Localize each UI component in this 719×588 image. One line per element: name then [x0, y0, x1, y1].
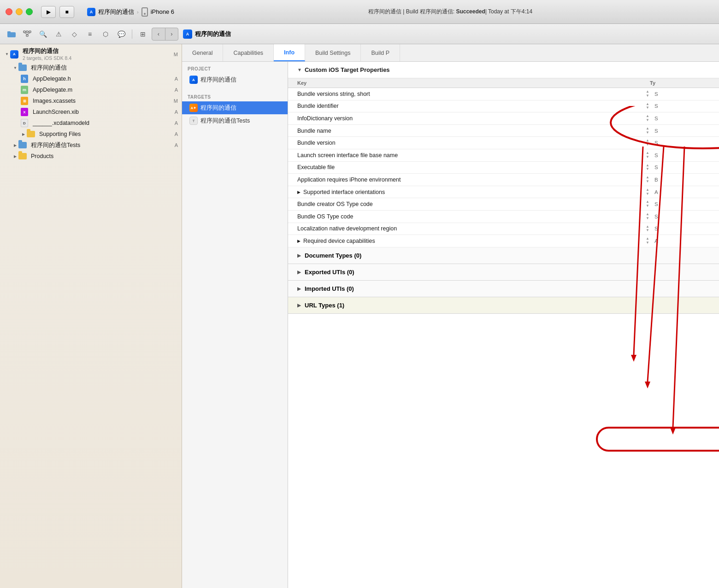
targets-section-label: TARGETS — [182, 90, 288, 101]
prop-row-bundle-identifier[interactable]: Bundle identifier ▲▼ S — [288, 100, 719, 113]
sidebar-item-supporting-files[interactable]: ▶ Supporting Files A — [0, 129, 182, 140]
toolbar: 🔍 ⚠ ◇ ≡ ⬡ 💬 ⊞ ‹ › A 程序间的通信 — [0, 24, 719, 44]
tests-folder-icon — [18, 141, 27, 149]
tab-capabilities[interactable]: Capabilities — [223, 44, 274, 61]
exported-arrow: ▶ — [297, 270, 301, 275]
target-main-label: 程序间的通信 — [200, 104, 236, 112]
imported-utis-section: ▶ Imported UTIs (0) — [288, 281, 719, 297]
breadcrumb-sep: › — [137, 9, 139, 15]
exported-utis-section: ▶ Exported UTIs (0) — [288, 264, 719, 281]
sidebar-tests-label: 程序间的通信Tests — [31, 141, 80, 149]
main-folder-icon — [18, 64, 27, 72]
close-button[interactable] — [6, 8, 12, 15]
orientation-arrow: ▶ — [297, 190, 301, 194]
project-pane-target-main[interactable]: A✦ 程序间的通信 — [182, 101, 288, 114]
sidebar-badge-m: A — [175, 87, 178, 93]
sidebar-item-products[interactable]: ▶ Products — [0, 151, 182, 162]
xcdatamodel-icon: D — [20, 119, 29, 127]
properties-table: Bundle versions string, short ▲▼ S Bundl… — [288, 88, 719, 247]
xib-icon: X — [20, 108, 29, 116]
file-navigator: ▼ A 程序间的通信 2 targets, iOS SDK 8.4 M ▼ 程序… — [0, 44, 182, 588]
nav-forward-btn[interactable]: › — [165, 28, 178, 40]
sidebar-item-appdelegate-h[interactable]: h AppDelegate.h A — [0, 73, 182, 84]
minimize-button[interactable] — [16, 8, 23, 15]
toolbar-project-name: 程序间的通信 — [195, 30, 231, 38]
prop-row-infodictionary[interactable]: InfoDictionary version ▲▼ S — [288, 112, 719, 125]
project-root-name: 程序间的通信 — [23, 47, 71, 55]
svg-marker-15 — [670, 428, 676, 435]
doc-types-arrow: ▶ — [297, 253, 301, 258]
prop-row-interface-orientations[interactable]: ▶ Supported interface orientations ▲▼ A — [288, 186, 719, 199]
breadcrumb-device: iPhone 6 — [151, 8, 174, 15]
h-file-icon: h — [20, 75, 29, 83]
sidebar-item-launchscreen[interactable]: X LaunchScreen.xib A — [0, 106, 182, 118]
prop-row-required-capabilities[interactable]: ▶ Required device capabilities ▲▼ A — [288, 235, 719, 247]
document-types-header[interactable]: ▶ Document Types (0) — [288, 247, 719, 264]
sidebar-appdelegate-m-label: AppDelegate.m — [33, 87, 72, 93]
maximize-button[interactable] — [26, 8, 33, 15]
toolbar-nav: ‹ › — [152, 28, 178, 41]
project-pane: PROJECT A 程序间的通信 TARGETS A✦ 程序间的通信 — [182, 62, 288, 588]
prop-row-bundle-version[interactable]: Bundle version ▲▼ S — [288, 137, 719, 149]
toolbar-divider-1 — [132, 29, 132, 39]
prop-row-bundle-os-type[interactable]: Bundle OS Type code ▲▼ S — [288, 211, 719, 223]
prop-row-iphone-env[interactable]: Application requires iPhone environment … — [288, 174, 719, 186]
project-pane-target-tests[interactable]: T 程序间的通信Tests — [182, 114, 288, 127]
sidebar-item-main-folder[interactable]: ▼ 程序间的通信 — [0, 62, 182, 73]
sidebar-project-root[interactable]: ▼ A 程序间的通信 2 targets, iOS SDK 8.4 M — [0, 46, 182, 62]
sidebar-item-datamodel[interactable]: D ______.xcdatamodeld A — [0, 118, 182, 129]
prop-row-launch-screen[interactable]: Launch screen interface file base name ▲… — [288, 149, 719, 162]
sidebar-badge-tests: A — [175, 142, 178, 148]
play-button[interactable]: ▶ — [41, 6, 56, 18]
exported-utis-header[interactable]: ▶ Exported UTIs (0) — [288, 264, 719, 280]
sidebar-item-images[interactable]: ⊞ Images.xcassets M — [0, 95, 182, 106]
prop-row-bundle-name[interactable]: Bundle name ▲▼ S — [288, 125, 719, 137]
list-icon-btn[interactable]: ≡ — [83, 28, 97, 41]
nav-back-btn[interactable]: ‹ — [152, 28, 165, 40]
sidebar-item-appdelegate-m[interactable]: m AppDelegate.m A — [0, 84, 182, 95]
chat-icon-btn[interactable]: 💬 — [114, 28, 128, 41]
col-key-header: Key — [297, 80, 627, 86]
hierarchy-icon-btn[interactable] — [20, 28, 34, 41]
folder-icon-btn[interactable] — [5, 28, 18, 41]
prop-row-executable[interactable]: Executable file ▲▼ S — [288, 162, 719, 174]
toolbar-project-icon: A — [183, 29, 192, 39]
prop-row-bundle-version-short[interactable]: Bundle versions string, short ▲▼ S — [288, 88, 719, 100]
project-pane-item-main[interactable]: A 程序间的通信 — [182, 73, 288, 86]
disclosure-triangle-supporting: ▶ — [20, 131, 27, 137]
bookmark-icon-btn[interactable]: ◇ — [67, 28, 81, 41]
stop-button[interactable]: ■ — [59, 6, 74, 18]
sidebar-item-tests-folder[interactable]: ▶ 程序间的通信Tests A — [0, 140, 182, 151]
imported-utis-header[interactable]: ▶ Imported UTIs (0) — [288, 281, 719, 297]
grid-icon-btn[interactable]: ⊞ — [136, 28, 150, 41]
target-tests-icon: T — [189, 117, 198, 125]
custom-properties-header: ▼ Custom iOS Target Properties — [288, 62, 719, 78]
prop-table-header: Key Ty — [288, 78, 719, 88]
main-layout: ▼ A 程序间的通信 2 targets, iOS SDK 8.4 M ▼ 程序… — [0, 44, 719, 588]
products-folder-icon — [18, 152, 27, 160]
search-icon-btn[interactable]: 🔍 — [36, 28, 50, 41]
sidebar-badge-images: M — [174, 98, 178, 104]
titlebar: ▶ ■ A 程序间的通信 › iPhone 6 程序间的通信 | Build 程… — [0, 0, 719, 24]
svg-rect-13 — [597, 428, 719, 451]
project-item-icon: A — [189, 76, 198, 84]
traffic-lights — [6, 8, 33, 15]
tab-general[interactable]: General — [182, 44, 223, 61]
tag-icon-btn[interactable]: ⬡ — [99, 28, 112, 41]
tab-build-phases[interactable]: Build P — [361, 44, 400, 61]
project-pane-main-label: 程序间的通信 — [200, 76, 236, 84]
url-types-header[interactable]: ▶ URL Types (1) — [288, 297, 719, 313]
target-tests-label: 程序间的通信Tests — [200, 117, 250, 125]
prop-row-bundle-creator[interactable]: Bundle creator OS Type code ▲▼ S — [288, 198, 719, 211]
sidebar-images-label: Images.xcassets — [33, 98, 76, 104]
svg-marker-12 — [645, 382, 650, 388]
project-root-sub: 2 targets, iOS SDK 8.4 — [23, 55, 71, 61]
tab-build-settings[interactable]: Build Settings — [305, 44, 361, 61]
prop-row-localization[interactable]: Localization native development region ▲… — [288, 223, 719, 235]
url-types-section: ▶ URL Types (1) — [288, 297, 719, 314]
sidebar-datamodel-label: ______.xcdatamodeld — [33, 120, 89, 126]
titlebar-breadcrumb: A 程序间的通信 › iPhone 6 — [87, 7, 174, 17]
tab-info[interactable]: Info — [274, 44, 305, 61]
warning-icon-btn[interactable]: ⚠ — [52, 28, 65, 41]
disclosure-triangle-root: ▼ — [4, 51, 10, 58]
